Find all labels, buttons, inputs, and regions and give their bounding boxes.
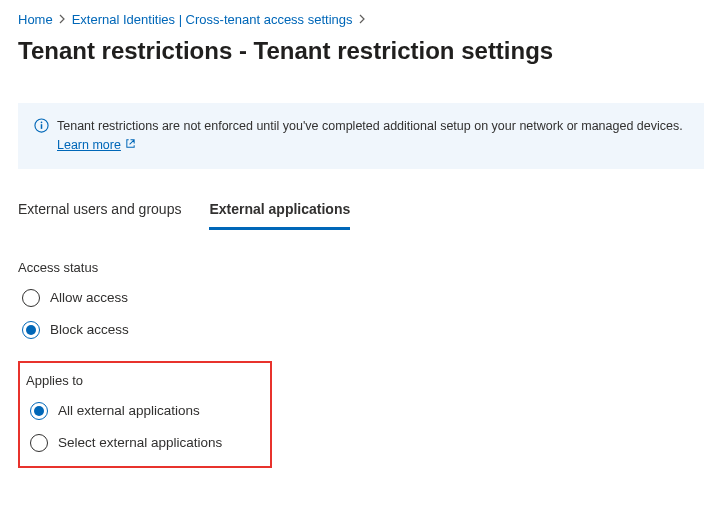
radio-icon [30,402,48,420]
radio-label: Block access [50,322,129,337]
radio-block-access[interactable]: Block access [22,321,704,339]
chevron-right-icon [59,14,66,26]
tab-external-applications[interactable]: External applications [209,193,350,230]
svg-point-1 [41,121,43,123]
radio-icon [22,289,40,307]
radio-icon [22,321,40,339]
radio-label: Allow access [50,290,128,305]
applies-to-group: All external applications Select externa… [26,402,260,452]
radio-select-external-apps[interactable]: Select external applications [30,434,260,452]
chevron-right-icon [359,14,366,26]
external-link-icon [125,137,136,154]
tab-external-users[interactable]: External users and groups [18,193,181,230]
radio-allow-access[interactable]: Allow access [22,289,704,307]
learn-more-link[interactable]: Learn more [57,136,136,155]
tabs: External users and groups External appli… [18,193,704,230]
access-status-group: Allow access Block access [18,289,704,339]
page-title: Tenant restrictions - Tenant restriction… [18,37,704,65]
breadcrumb-home[interactable]: Home [18,12,53,27]
breadcrumb: Home External Identities | Cross-tenant … [18,12,704,27]
applies-to-highlight: Applies to All external applications Sel… [18,361,272,468]
info-banner: Tenant restrictions are not enforced unt… [18,103,704,169]
applies-to-label: Applies to [26,373,260,388]
banner-text: Tenant restrictions are not enforced unt… [57,119,683,133]
radio-label: All external applications [58,403,200,418]
info-icon [34,118,49,139]
radio-all-external-apps[interactable]: All external applications [30,402,260,420]
access-status-label: Access status [18,260,704,275]
radio-label: Select external applications [58,435,222,450]
breadcrumb-cross-tenant[interactable]: External Identities | Cross-tenant acces… [72,12,353,27]
radio-icon [30,434,48,452]
svg-rect-2 [41,124,43,129]
